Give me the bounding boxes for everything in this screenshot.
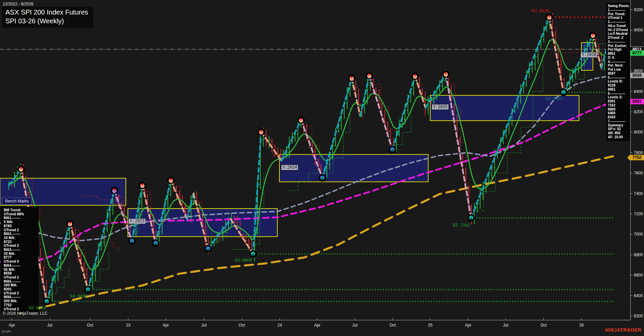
pivot-low-marker (84, 286, 92, 293)
time-tick-label: Oct (239, 323, 245, 328)
price-tick-label: 6800 (634, 253, 643, 257)
pivot-high-marker (442, 70, 450, 78)
swing-line-down (369, 76, 392, 150)
time-tick-label: Apr (465, 323, 472, 328)
time-tick-label: Jul (201, 323, 206, 328)
price-tick-label: 6200 (634, 314, 643, 318)
time-tick-label: Oct (390, 323, 396, 328)
price-tick-label: 8200 (634, 110, 643, 114)
pivot-high-marker (167, 176, 175, 184)
pivot-low-marker (389, 146, 396, 153)
pivot-high-marker (411, 72, 419, 80)
swing-line-down (593, 35, 601, 68)
year-range-box (0, 178, 126, 205)
time-tick-label: 26 (579, 323, 584, 328)
swing-line-down (261, 132, 281, 161)
price-tick-label: 7200 (634, 212, 643, 216)
swing-line-up (47, 224, 70, 302)
pivot-low-marker (467, 214, 475, 221)
price-tick-label: 7600 (634, 171, 643, 175)
swing-line-up (392, 76, 415, 149)
time-tick-label: 24 (277, 323, 282, 328)
time-tick-label: Jul (503, 323, 508, 328)
price-tick-label: 9200 (634, 7, 643, 12)
price-tick-label: 7400 (634, 191, 643, 196)
hilo-stop-trail-red (72, 230, 85, 273)
pivot-low-marker (43, 298, 50, 305)
pivot-low-marker (152, 239, 159, 247)
pivot-high-marker (589, 32, 597, 39)
time-tick-label: Apr (314, 323, 321, 328)
time-tick-label: Oct (540, 323, 547, 328)
swing-line-down (415, 76, 426, 108)
price-tick-label: 8400 (634, 89, 643, 94)
time-tick-label: Jul (47, 323, 52, 328)
price-tick-label: 6600 (634, 273, 643, 278)
pivot-high-marker (297, 116, 305, 124)
pivot-low-marker (560, 89, 567, 96)
price-tick-label: 7000 (634, 232, 643, 237)
pivot-high-marker (17, 165, 25, 173)
pivot-high-marker (546, 14, 553, 21)
price-tag-value: 7752 (632, 155, 642, 160)
pivot-high-marker (366, 72, 373, 79)
pivot-low-marker (204, 245, 212, 253)
pivot-high-marker (257, 128, 265, 136)
time-tick-label: 23 (126, 323, 131, 328)
ninjatrader-chart-window: { "header": { "date_range": "12/2022 - 6… (0, 0, 644, 336)
pivot-high-marker (66, 220, 74, 227)
time-tick-label: Oct (87, 323, 93, 328)
pivot-low-marker (249, 250, 257, 258)
price-tick-label: 7800 (634, 150, 643, 155)
time-tick-label: 25 (428, 323, 433, 328)
price-tag-value: 8301 (632, 99, 642, 104)
year-range-box (430, 95, 579, 121)
price-tick-label: 6400 (634, 293, 643, 298)
price-tick-label: 8000 (634, 130, 643, 135)
time-tick-label: Apr (9, 323, 15, 328)
price-chart-canvas[interactable]: 9200900086008400820080007800760074007200… (0, 0, 644, 336)
pivot-low-marker (128, 237, 136, 245)
price-tag-value: 8777 (632, 51, 642, 55)
pivot-high-marker (348, 74, 355, 82)
price-tick-label: 9000 (634, 28, 643, 32)
price-tag-value: 8558 (632, 73, 642, 78)
pivot-low-marker (319, 174, 326, 182)
pivot-high-marker (139, 182, 146, 189)
year-range-box (279, 154, 428, 182)
time-tick-label: Apr (163, 323, 169, 328)
pivot-high-marker (111, 187, 118, 194)
swing-line-up (601, 51, 606, 68)
time-tick-label: Jul (352, 323, 357, 328)
